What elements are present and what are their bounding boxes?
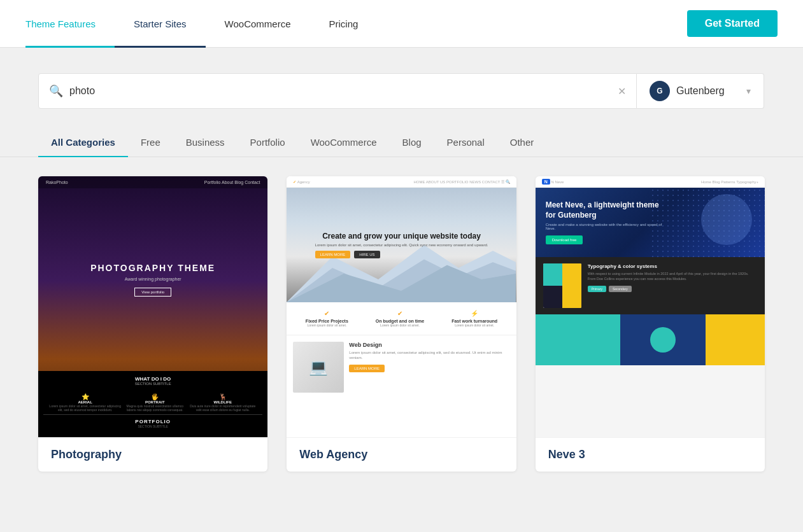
agency-feature-2: ✔ On budget and on time Lorem ipsum dolo… [376,310,424,327]
search-area: 🔍 ✕ G Gutenberg ▾ [0,48,803,109]
aerial-desc: Lorem ipsum dolor sit amet, consectetur … [48,404,122,412]
neve-typo-desc: With respect to using current Infinite M… [588,271,757,282]
nav-starter-sites[interactable]: Starter Sites [115,0,206,48]
neve-typo-title: Typography & color systems [588,263,757,269]
agency-wd-title: Web Design [349,342,509,348]
portrait-icon: 🖐 [122,393,188,400]
cards-grid: RakoPhoto Portfolio About Blog Contact P… [0,157,803,491]
agency-nav-logo: ✓ Agency [293,179,309,184]
chevron-down-icon: ▾ [746,86,751,96]
fast-work-icon: ⚡ [451,310,497,317]
budget-title: On budget and on time [376,319,424,323]
agency-nav-links: HOME ABOUT US PORTFOLIO NEWS CONTACT ☰ 🔍 [413,179,509,184]
neve-typography-section: Typography & color systems With respect … [536,257,765,314]
cat-woocommerce[interactable]: WooCommerce [298,128,390,157]
neve-nav: N N Neve Home Blog Patterns Typography+ [536,176,765,188]
cat-free[interactable]: Free [128,128,173,157]
nav-woocommerce[interactable]: WooCommerce [206,0,310,48]
photo-hero-btn: View portfolio [134,288,171,297]
laptop-icon: 💻 [309,358,328,376]
fixed-price-desc: Lorem ipsum dolor sit amet. [306,323,348,327]
photo-hero-title: PHOTOGRAPHY THEME [90,263,215,273]
photo-what-title: WHAT DO I DO [43,376,262,382]
neve-typo-btns: Primary Secondary [588,286,757,292]
neve-secondary-btn: Secondary [609,286,632,292]
cat-all-categories[interactable]: All Categories [38,128,128,157]
nav-bar: Theme Features Starter Sites WooCommerce… [0,0,803,48]
card-neve3[interactable]: N N Neve Home Blog Patterns Typography+ … [536,176,765,472]
cat-blog[interactable]: Blog [390,128,434,157]
neve-color-half [543,263,562,308]
nav-theme-features[interactable]: Theme Features [25,0,115,48]
agency-wd-desc: Lorem ipsum dolor sit amet, consectetur … [349,350,509,361]
photo-nav: RakoPhoto Portfolio About Blog Contact [38,176,267,188]
photo-what-sub: SECTION SUBTITLE [43,382,262,386]
wildlife-desc: Duis aute irure dolor in reprehenderit v… [188,404,257,412]
photo-portfolio-sub: SECTION SUBTITLE [47,424,259,428]
agency-hire-us-btn: HIRE US [354,251,380,258]
photo-theme-preview: RakoPhoto Portfolio About Blog Contact P… [38,176,267,437]
card-preview-agency: ✓ Agency HOME ABOUT US PORTFOLIO NEWS CO… [287,176,516,437]
engine-logo: G [650,81,670,101]
engine-label: Gutenberg [676,85,740,97]
card-photography[interactable]: RakoPhoto Portfolio About Blog Contact P… [38,176,267,472]
photo-hero-subtitle: Award winning photographer [125,277,181,281]
photo-icons: ⭐ AERIAL Lorem ipsum dolor sit amet, con… [43,391,262,414]
agency-hero-btns: LEARN MORE HIRE US [315,251,488,258]
neve-typo-image [543,263,581,308]
card-label-neve: Neve 3 [536,437,765,472]
engine-selector[interactable]: G Gutenberg ▾ [637,73,764,109]
cat-business[interactable]: Business [173,128,238,157]
neve-theme-preview: N N Neve Home Blog Patterns Typography+ … [536,176,765,437]
agency-wd-btn: LEARN MORE [349,365,385,372]
agency-features: ✔ Fixed Price Projects Lorem ipsum dolor… [287,302,516,335]
agency-feature-1: ✔ Fixed Price Projects Lorem ipsum dolor… [306,310,348,327]
agency-webdesign-section: 💻 Web Design Lorem ipsum dolor sit amet,… [287,335,516,399]
fast-work-desc: Lorem ipsum dolor sit amet. [451,323,497,327]
cat-other[interactable]: Other [497,128,547,157]
neve-teal-color-block [536,314,620,365]
search-box: 🔍 ✕ [38,73,637,109]
neve-teal-block [543,263,562,286]
cat-personal[interactable]: Personal [434,128,497,157]
agency-webdesign-image: 💻 [293,342,344,393]
card-web-agency[interactable]: ✓ Agency HOME ABOUT US PORTFOLIO NEWS CO… [287,176,516,472]
agency-feature-3: ⚡ Fast work turnaround Lorem ipsum dolor… [451,310,497,327]
neve-yellow-block [562,263,581,308]
agency-learn-more-btn: LEARN MORE [315,251,351,258]
agency-theme-preview: ✓ Agency HOME ABOUT US PORTFOLIO NEWS CO… [287,176,516,437]
photo-nav-logo: RakoPhoto [46,180,68,185]
neve-yellow-color-block [706,314,765,365]
agency-hero-text: Create and grow your unique website toda… [315,232,488,258]
budget-icon: ✔ [376,310,424,317]
neve-blue-color-block [620,314,705,365]
budget-desc: Lorem ipsum dolor sit amet. [376,323,424,327]
nav-pricing[interactable]: Pricing [310,0,378,48]
photo-hero: PHOTOGRAPHY THEME Award winning photogra… [38,188,267,371]
neve-circle-shape [650,327,676,353]
cat-portfolio[interactable]: Portfolio [238,128,298,157]
portrait-desc: Magna quis nostrud exercitation ullamco … [122,404,188,412]
clear-search-icon[interactable]: ✕ [618,85,626,97]
neve-hero: Meet Neve, a lightweight theme for Guten… [536,188,765,257]
photo-icon-portrait: 🖐 PORTRAIT Magna quis nostrud exercitati… [122,393,188,412]
neve-nav-links: Home Blog Patterns Typography+ [701,180,758,184]
search-row: 🔍 ✕ G Gutenberg ▾ [38,73,764,109]
neve-hero-title: Meet Neve, a lightweight theme for Guten… [546,200,671,220]
nav-items: Theme Features Starter Sites WooCommerce… [25,0,687,48]
neve-nav-logo: N N Neve [542,179,564,184]
card-preview-photography: RakoPhoto Portfolio About Blog Contact P… [38,176,267,437]
neve-hero-btn: Download free [546,235,583,244]
get-started-button[interactable]: Get Started [687,10,778,37]
agency-hero-desc: Lorem ipsum dolor sit amet, consectetur … [315,243,488,247]
search-icon: 🔍 [49,84,63,98]
fixed-price-title: Fixed Price Projects [306,319,348,323]
agency-hero-title: Create and grow your unique website toda… [315,232,488,242]
neve-color-blocks [536,314,765,365]
photo-bottom-section: WHAT DO I DO SECTION SUBTITLE ⭐ AERIAL L… [38,371,267,437]
neve-primary-btn: Primary [588,286,606,292]
photo-icon-wildlife: 🦌 WILDLIFE Duis aute irure dolor in repr… [188,393,257,412]
agency-webdesign-text: Web Design Lorem ipsum dolor sit amet, c… [349,342,509,393]
search-input[interactable] [69,85,618,97]
photo-portfolio-title: PORTFOLIO [47,419,259,424]
